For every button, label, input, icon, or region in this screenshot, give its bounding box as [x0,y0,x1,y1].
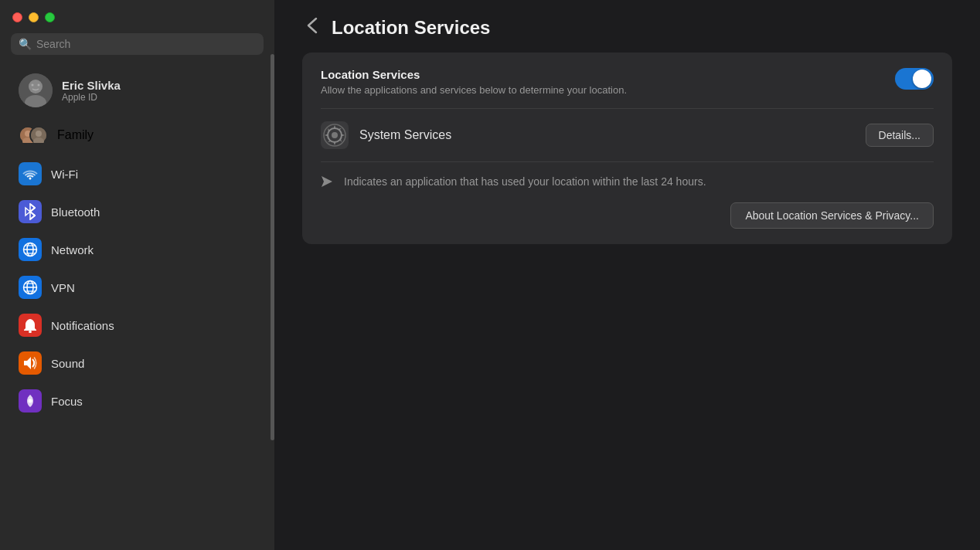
vpn-icon [19,276,42,299]
divider-2 [321,161,934,162]
details-button[interactable]: Details... [866,124,934,147]
toggle-knob [913,70,931,88]
svg-point-1 [29,80,43,93]
sidebar-item-vpn[interactable]: VPN [6,269,268,306]
page-title: Location Services [332,17,490,39]
bluetooth-icon [19,200,42,223]
privacy-btn-row: About Location Services & Privacy... [321,202,934,229]
search-input[interactable] [36,38,256,50]
search-bar[interactable]: 🔍 [11,33,264,55]
location-services-row: Location Services Allow the applications… [321,68,934,96]
family-avatars [19,124,48,147]
avatar [19,73,53,107]
location-hint-row: Indicates an application that has used y… [321,175,934,192]
sidebar-item-notifications[interactable]: Notifications [6,307,268,344]
focus-icon [19,389,42,413]
scrollbar-thumb[interactable] [271,54,274,440]
network-label: Network [51,243,94,256]
privacy-button[interactable]: About Location Services & Privacy... [730,202,934,229]
traffic-lights [0,0,274,30]
sound-label: Sound [51,357,84,370]
minimize-button[interactable] [29,12,39,22]
svg-point-4 [38,84,40,87]
bluetooth-label: Bluetooth [51,205,100,219]
focus-label: Focus [51,395,83,408]
vpn-label: VPN [51,281,75,294]
sidebar-item-wifi[interactable]: Wi-Fi [6,155,268,192]
svg-rect-21 [29,331,32,333]
sidebar-item-family[interactable]: Family [6,117,268,154]
sound-icon [19,351,42,375]
profile-subtitle: Apple ID [62,92,121,103]
sidebar-list: Eric Slivka Apple ID [0,64,274,550]
location-card: Location Services Allow the applications… [302,53,952,244]
notifications-icon [19,314,42,337]
sidebar-item-sound[interactable]: Sound [6,345,268,382]
main-header: Location Services [274,0,980,53]
location-services-desc: Allow the applications and services belo… [321,84,627,96]
svg-point-3 [32,84,34,87]
location-services-title: Location Services [321,68,627,81]
system-services-row: System Services Details... [321,121,934,149]
sidebar-item-network[interactable]: Network [6,231,268,268]
sidebar-item-bluetooth[interactable]: Bluetooth [6,193,268,230]
divider-1 [321,108,934,109]
notifications-label: Notifications [51,319,114,332]
system-services-label: System Services [359,128,451,142]
svg-point-9 [36,131,42,137]
location-services-toggle[interactable] [895,68,934,90]
profile-info: Eric Slivka Apple ID [62,79,121,103]
profile-name: Eric Slivka [62,79,121,92]
system-services-icon [321,121,349,149]
location-hint-text: Indicates an application that has used y… [344,175,706,190]
svg-point-25 [332,132,338,138]
close-button[interactable] [12,12,22,22]
main-body: Location Services Allow the applications… [274,53,980,550]
sidebar-item-profile[interactable]: Eric Slivka Apple ID [6,66,268,115]
maximize-button[interactable] [45,12,55,22]
svg-point-22 [29,399,32,403]
family-label: Family [57,128,94,142]
location-arrow-icon [321,175,333,192]
family-avatar-2 [29,126,48,144]
wifi-label: Wi-Fi [51,168,78,181]
sidebar: 🔍 Eric Slivka Apple ID [0,0,274,550]
location-services-text: Location Services Allow the applications… [321,68,627,96]
network-icon [19,238,42,261]
main-content: Location Services Location Services Allo… [274,0,980,550]
back-button[interactable] [302,15,322,40]
search-icon: 🔍 [19,38,32,50]
sidebar-item-focus[interactable]: Focus [6,382,268,419]
system-services-left: System Services [321,121,451,149]
wifi-icon [19,162,42,185]
